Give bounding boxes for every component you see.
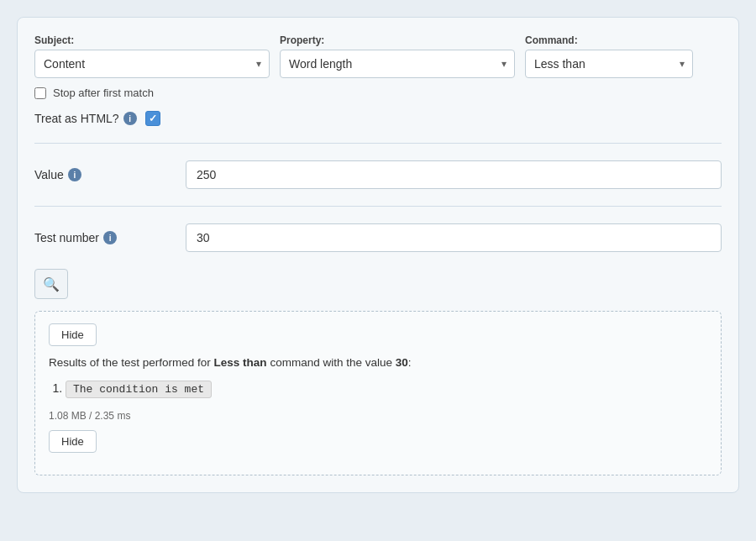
hide-button-top[interactable]: Hide bbox=[49, 323, 97, 346]
results-value-bold: 30 bbox=[396, 356, 408, 369]
command-select-wrapper: Less than Greater than Equal to ▾ bbox=[525, 50, 693, 78]
value-info-icon: i bbox=[68, 168, 81, 181]
test-number-input[interactable] bbox=[186, 223, 722, 252]
property-select-wrapper: Word length Character length Word count … bbox=[280, 50, 515, 78]
subject-label: Subject: bbox=[34, 34, 270, 46]
result-list: The condition is met bbox=[66, 381, 707, 398]
search-button[interactable]: 🔍 bbox=[34, 269, 68, 299]
results-description: Results of the test performed for Less t… bbox=[49, 356, 707, 369]
stop-after-first-match-checkbox[interactable] bbox=[34, 87, 46, 99]
treat-as-html-checkbox[interactable] bbox=[145, 111, 160, 126]
stop-after-first-match-label[interactable]: Stop after first match bbox=[53, 87, 154, 99]
condition-badge: The condition is met bbox=[66, 381, 212, 398]
value-label: Value i bbox=[34, 168, 169, 181]
subject-group: Subject: Content Subject Sender Recipien… bbox=[34, 34, 270, 78]
test-number-row: Test number i bbox=[34, 223, 722, 252]
test-number-info-icon: i bbox=[103, 231, 117, 244]
divider-1 bbox=[34, 143, 722, 144]
results-command-bold: Less than bbox=[214, 356, 267, 369]
results-box: Hide Results of the test performed for L… bbox=[34, 311, 722, 475]
results-meta: 1.08 MB / 2.35 ms bbox=[49, 410, 707, 422]
property-select[interactable]: Word length Character length Word count bbox=[280, 50, 515, 78]
command-group: Command: Less than Greater than Equal to… bbox=[525, 34, 693, 78]
treat-as-html-info-icon: i bbox=[123, 112, 137, 125]
subject-select-wrapper: Content Subject Sender Recipient ▾ bbox=[34, 50, 270, 78]
property-group: Property: Word length Character length W… bbox=[280, 34, 515, 78]
main-card: Subject: Content Subject Sender Recipien… bbox=[17, 17, 739, 493]
selects-row: Subject: Content Subject Sender Recipien… bbox=[34, 34, 722, 78]
search-icon: 🔍 bbox=[43, 276, 60, 292]
list-item: The condition is met bbox=[66, 381, 707, 398]
hide-button-bottom[interactable]: Hide bbox=[49, 430, 97, 453]
treat-as-html-row: Treat as HTML? i bbox=[34, 111, 722, 126]
treat-as-html-label: Treat as HTML? i bbox=[34, 112, 137, 125]
subject-select[interactable]: Content Subject Sender Recipient bbox=[34, 50, 270, 78]
command-select[interactable]: Less than Greater than Equal to bbox=[525, 50, 693, 78]
stop-after-first-match-row: Stop after first match bbox=[34, 87, 722, 99]
test-number-label: Test number i bbox=[34, 231, 169, 244]
divider-2 bbox=[34, 206, 722, 207]
value-input[interactable] bbox=[186, 160, 722, 189]
property-label: Property: bbox=[280, 34, 515, 46]
command-label: Command: bbox=[525, 34, 693, 46]
value-row: Value i bbox=[34, 160, 722, 189]
